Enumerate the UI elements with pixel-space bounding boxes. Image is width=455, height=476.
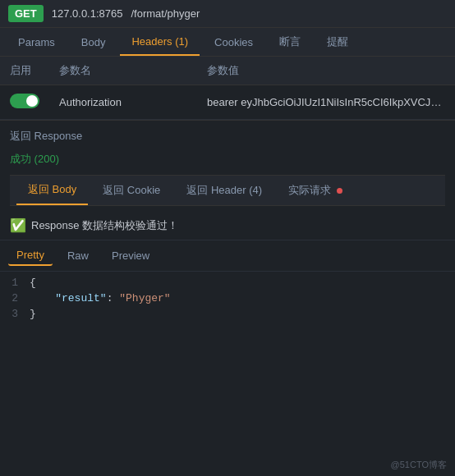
header-badge: (4) [249,184,262,196]
tab-actual-request[interactable]: 实际请求 [277,176,354,204]
dot-indicator [337,188,342,194]
line-num-3: 3 [0,308,30,320]
tab-raw[interactable]: Raw [59,246,97,265]
response-title: 返回 Response [10,129,445,144]
code-line-2: 2 "result": "Phyger" [0,291,455,306]
url-host: 127.0.0.1:8765 [52,7,123,20]
code-line-3: 3 } [0,306,455,322]
tab-headers[interactable]: Headers (1) [120,29,200,56]
toggle-thumb [26,95,38,107]
tab-assertions[interactable]: 断言 [268,28,312,56]
response-tab-bar: 返回 Body 返回 Cookie 返回 Header (4) 实际请求 [10,175,445,206]
status-badge: 成功 (200) [10,149,59,170]
headers-section: 启用 参数名 参数值 Authorization bearer eyJhbGci… [0,57,455,120]
enable-toggle[interactable] [10,94,39,108]
tab-cookies[interactable]: Cookies [203,30,264,55]
tab-pretty[interactable]: Pretty [8,245,53,266]
headers-badge: (1) [175,35,188,48]
tab-reminder[interactable]: 提醒 [315,28,360,56]
header-name: Authorization [49,85,197,120]
line-content-2: "result": "Phyger" [30,292,171,304]
tab-return-cookie[interactable]: 返回 Cookie [91,176,172,204]
code-block: 1 { 2 "result": "Phyger" 3 } [0,272,455,325]
watermark: @51CTO博客 [391,459,447,471]
validation-text: Response 数据结构校验通过！ [31,218,178,233]
col-value-header: 参数值 [197,57,455,85]
check-icon: ✅ [10,217,26,233]
tab-params[interactable]: Params [7,30,67,55]
headers-table: 启用 参数名 参数值 Authorization bearer eyJhbGci… [0,57,455,120]
line-num-2: 2 [0,292,30,304]
tab-preview[interactable]: Preview [103,246,158,265]
col-enable-header: 启用 [0,57,49,85]
toggle-cell[interactable] [0,85,49,120]
header-value: bearer eyJhbGciOiJIUzI1NiIsInR5cCI6IkpXV… [197,85,455,120]
response-section: 返回 Response 成功 (200) 返回 Body 返回 Cookie 返… [0,121,455,211]
validation-bar: ✅ Response 数据结构校验通过！ [0,211,455,240]
request-tab-bar: Params Body Headers (1) Cookies 断言 提醒 [0,28,455,57]
line-num-1: 1 [0,277,30,289]
tab-body[interactable]: Body [70,30,117,55]
header-row-0: Authorization bearer eyJhbGciOiJIUzI1NiI… [0,85,455,120]
toggle-track [10,94,39,108]
top-bar: GET 127.0.0.1:8765 /format/phyger [0,0,455,28]
format-tab-bar: Pretty Raw Preview [0,240,455,272]
col-name-header: 参数名 [49,57,197,85]
line-content-3: } [30,308,36,320]
tab-return-header[interactable]: 返回 Header (4) [175,176,273,204]
line-content-1: { [30,277,36,289]
method-badge: GET [8,5,44,22]
url-path: /format/phyger [131,7,200,20]
tab-return-body[interactable]: 返回 Body [16,176,88,205]
code-line-1: 1 { [0,275,455,291]
